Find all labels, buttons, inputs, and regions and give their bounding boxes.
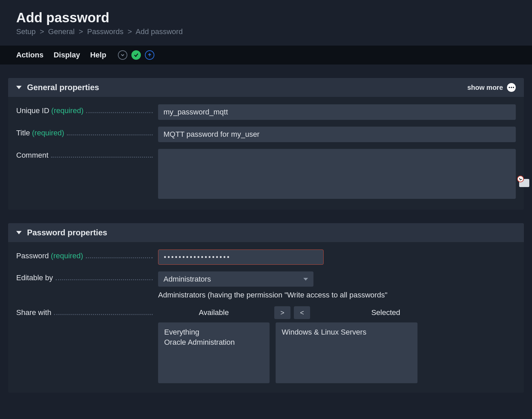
breadcrumb-separator: > <box>38 27 46 36</box>
panel-header[interactable]: General properties show more <box>8 78 524 97</box>
pending-changes-icon[interactable] <box>519 179 529 187</box>
collapse-caret-icon <box>16 86 22 89</box>
label-password: Password (required) <box>16 250 158 260</box>
breadcrumb-item[interactable]: General <box>48 27 75 36</box>
move-right-button[interactable]: > <box>274 306 290 319</box>
dropdown-icon[interactable] <box>118 50 127 60</box>
panel-title: General properties <box>27 83 99 92</box>
title-input[interactable] <box>158 127 516 142</box>
label-unique-id: Unique ID (required) <box>16 104 158 115</box>
list-item[interactable]: Everything <box>164 327 263 337</box>
breadcrumb: Setup > General > Passwords > Add passwo… <box>16 27 516 36</box>
share-with-dual-list: Available > < Selected Everything Oracle… <box>158 306 516 383</box>
panel-password-properties: Password properties Password (required) <box>8 223 524 393</box>
breadcrumb-separator: > <box>126 27 134 36</box>
show-more-label: show more <box>467 84 503 91</box>
page-title: Add password <box>16 10 516 25</box>
panel-title: Password properties <box>27 228 107 237</box>
label-share-with: Share with <box>16 306 158 317</box>
show-more-button[interactable]: show more <box>467 83 516 92</box>
panel-general-properties: General properties show more Unique ID (… <box>8 78 524 210</box>
editable-by-hint: Administrators (having the permission "W… <box>158 291 516 299</box>
collapse-caret-icon <box>16 231 22 234</box>
menu-help[interactable]: Help <box>90 51 106 59</box>
selected-header: Selected <box>315 306 457 319</box>
list-item[interactable]: Oracle Administration <box>164 337 263 347</box>
label-title: Title (required) <box>16 127 158 137</box>
save-icon[interactable] <box>131 50 141 60</box>
password-input[interactable] <box>158 250 324 265</box>
menu-display[interactable]: Display <box>54 51 80 59</box>
available-header: Available <box>158 306 270 319</box>
selected-list[interactable]: Windows & Linux Servers <box>276 322 417 383</box>
available-list[interactable]: Everything Oracle Administration <box>158 322 270 383</box>
breadcrumb-item[interactable]: Setup <box>16 27 36 36</box>
label-comment: Comment <box>16 149 158 160</box>
unique-id-input[interactable] <box>158 104 516 120</box>
list-item[interactable]: Windows & Linux Servers <box>282 327 411 337</box>
move-left-button[interactable]: < <box>294 306 310 319</box>
breadcrumb-separator: > <box>77 27 85 36</box>
label-editable-by: Editable by <box>16 271 158 282</box>
more-dots-icon <box>507 83 516 92</box>
panel-header[interactable]: Password properties <box>8 223 524 242</box>
breadcrumb-item[interactable]: Add password <box>135 27 182 36</box>
menu-actions[interactable]: Actions <box>16 51 44 59</box>
comment-input[interactable] <box>158 149 516 199</box>
breadcrumb-item[interactable]: Passwords <box>87 27 124 36</box>
toolbar: Actions Display Help <box>0 46 532 64</box>
editable-by-select[interactable]: Administrators <box>158 271 313 287</box>
upload-icon[interactable] <box>145 50 154 60</box>
